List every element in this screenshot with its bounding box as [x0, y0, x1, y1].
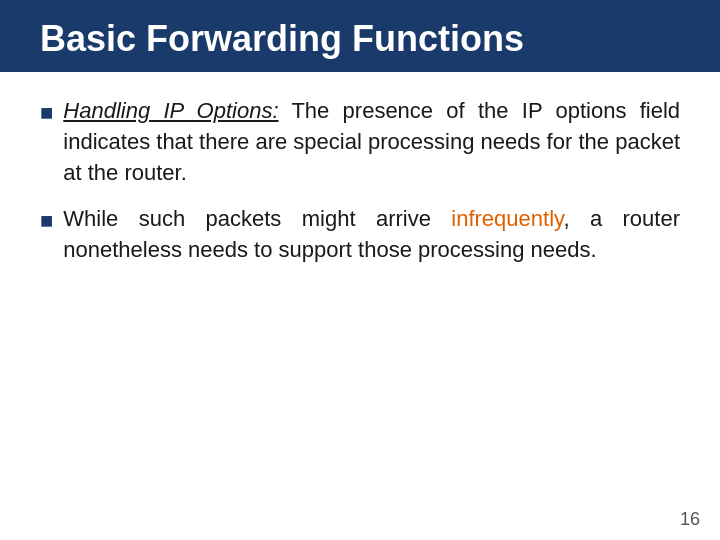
slide: Basic Forwarding Functions ■ Handling IP…: [0, 0, 720, 540]
bullet2-before: While such packets might arrive: [63, 206, 451, 231]
bullet-marker-2: ■: [40, 206, 53, 237]
slide-number: 16: [680, 509, 700, 530]
bullet-marker-1: ■: [40, 98, 53, 129]
slide-title: Basic Forwarding Functions: [40, 18, 524, 59]
bullet2-highlight: infrequently: [451, 206, 563, 231]
bullet-text-2: While such packets might arrive infreque…: [63, 204, 680, 266]
handling-label: Handling IP Options:: [63, 98, 278, 123]
bullet-item-1: ■ Handling IP Options: The presence of t…: [40, 96, 680, 188]
content-area: ■ Handling IP Options: The presence of t…: [0, 72, 720, 540]
title-bar: Basic Forwarding Functions: [0, 0, 720, 72]
bullet-item-2: ■ While such packets might arrive infreq…: [40, 204, 680, 266]
bullet-text-1: Handling IP Options: The presence of the…: [63, 96, 680, 188]
